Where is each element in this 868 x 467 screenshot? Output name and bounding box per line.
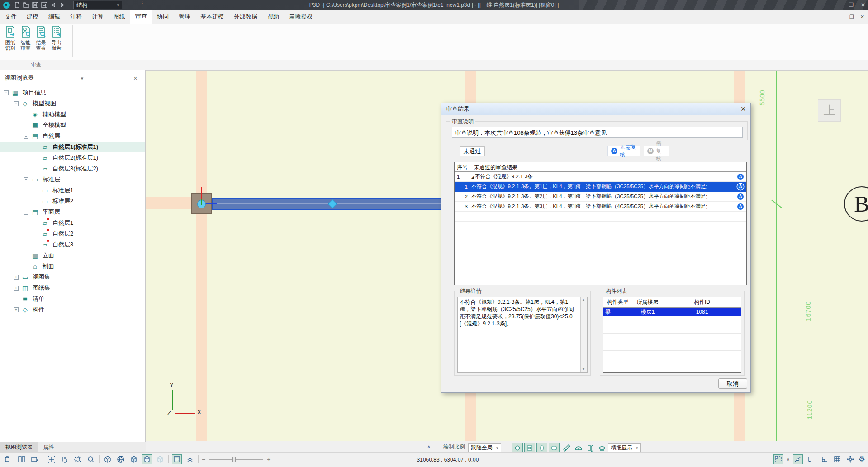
measure-ruler-icon[interactable] xyxy=(562,443,571,453)
menu-item-帮助[interactable]: 帮助 xyxy=(262,10,284,24)
expand-icon[interactable]: + xyxy=(14,307,19,312)
panel-dropdown-icon[interactable]: ▾ xyxy=(78,75,87,81)
collapse-icon[interactable]: − xyxy=(24,210,28,215)
menu-item-注释[interactable]: 注释 xyxy=(65,10,87,24)
ribbon-button-图纸识别[interactable]: 图纸识别 xyxy=(3,25,18,51)
menu-item-外部数据[interactable]: 外部数据 xyxy=(229,10,262,24)
wireframe-view-icon[interactable] xyxy=(103,454,113,464)
menu-item-文件[interactable]: 文件 xyxy=(0,10,22,24)
hidden-line-view-icon[interactable] xyxy=(116,454,126,464)
tree-item-自然层2[interactable]: −▱自然层2 xyxy=(0,228,145,239)
protractor-icon[interactable] xyxy=(574,443,583,453)
new-view-icon[interactable] xyxy=(4,454,14,464)
toggle-slab-button[interactable] xyxy=(512,443,523,453)
tree-item-标准层1[interactable]: −▭标准层1 xyxy=(0,185,145,196)
menu-item-晨曦授权[interactable]: 晨曦授权 xyxy=(284,10,318,24)
tree-item-自然层1(标准层1)[interactable]: −▱自然层1(标准层1) xyxy=(0,142,145,152)
zoom-in-icon[interactable]: + xyxy=(267,456,270,463)
result-row-3[interactable]: 3不符合《混规》9.2.1-3条。第3层，KL4，第1跨，梁下部钢筋（4C25/… xyxy=(455,202,746,212)
scroll-up-icon[interactable]: ▲ xyxy=(582,298,585,302)
tree-item-自然层[interactable]: −▤自然层 xyxy=(0,131,145,142)
undo-icon[interactable] xyxy=(50,2,57,8)
tree-item-视图集[interactable]: +▭视图集 xyxy=(0,272,145,283)
collapse-triangle-icon[interactable]: ◢ xyxy=(471,175,474,179)
realistic-view-icon[interactable] xyxy=(142,454,152,464)
display-settings-icon[interactable] xyxy=(172,454,182,464)
tree-item-全楼模型[interactable]: −▦全楼模型 xyxy=(0,120,145,131)
zoom-extents-icon[interactable] xyxy=(47,454,57,464)
tree-item-标准层2[interactable]: −▭标准层2 xyxy=(0,196,145,207)
new-window-icon[interactable] xyxy=(30,454,40,464)
panel-close-icon[interactable]: ✕ xyxy=(130,75,141,81)
collapse-icon[interactable]: − xyxy=(4,90,9,95)
menu-item-审查[interactable]: 审查 xyxy=(130,10,152,24)
tree-item-构件[interactable]: +◇构件 xyxy=(0,304,145,315)
cancel-button[interactable]: 取消 xyxy=(718,378,747,389)
result-row-2[interactable]: 2不符合《混规》9.2.1-3条。第2层，KL4，第1跨，梁下部钢筋（3C25/… xyxy=(455,192,746,202)
restore-button[interactable]: ❐ xyxy=(849,2,854,8)
tree-item-图纸集[interactable]: +◫图纸集 xyxy=(0,283,145,293)
chevron-up-icon[interactable]: ∧ xyxy=(787,457,790,462)
node-move-icon[interactable] xyxy=(845,454,855,464)
col-floor[interactable]: 所属楼层 xyxy=(632,297,663,307)
draw-scale-dropdown[interactable]: 跟随全局▾ xyxy=(468,443,501,453)
menu-item-编辑[interactable]: 编辑 xyxy=(43,10,65,24)
orbit-icon[interactable] xyxy=(73,454,83,464)
toggle-beam-button[interactable] xyxy=(549,443,560,453)
col-result-header[interactable]: 未通过的审查结果 xyxy=(471,162,746,171)
tree-item-自然层3[interactable]: −▱自然层3 xyxy=(0,239,145,250)
scroll-down-icon[interactable]: ▼ xyxy=(582,367,585,371)
pan-hand-icon[interactable] xyxy=(60,454,70,464)
result-group-row[interactable]: 1 ◢不符合《混规》9.2.1-3条 A xyxy=(455,172,746,182)
toggle-column-button[interactable] xyxy=(536,443,547,453)
detail-display-dropdown[interactable]: 精细显示▾ xyxy=(608,443,641,453)
ribbon-button-导出报告[interactable]: 导出报告 xyxy=(49,25,64,51)
compare-layers-icon[interactable] xyxy=(586,443,595,453)
north-indicator[interactable]: 上 xyxy=(818,99,841,122)
doc-close-button[interactable]: ✕ xyxy=(860,14,864,20)
angle-snap-icon[interactable] xyxy=(806,454,816,464)
zoom-slider[interactable]: − + xyxy=(202,456,270,463)
tree-item-自然层3(标准层2)[interactable]: −▱自然层3(标准层2) xyxy=(0,163,145,174)
result-row-1[interactable]: 1不符合《混规》9.2.1-3条。第1层，KL4，第1跨，梁下部钢筋（3C25/… xyxy=(455,182,746,192)
component-row[interactable]: 梁 楼层1 1081 xyxy=(603,308,741,316)
workspace-dropdown[interactable]: 结构 ▾ xyxy=(73,1,122,9)
no-recheck-button[interactable]: A 无需复核 xyxy=(607,146,640,156)
tree-item-自然层1[interactable]: −▱自然层1 xyxy=(0,217,145,228)
wall-strip-vertical-1[interactable] xyxy=(196,71,207,441)
zoom-window-icon[interactable] xyxy=(86,454,96,464)
save-icon[interactable] xyxy=(32,2,38,8)
tree-item-清单[interactable]: −≣清单 xyxy=(0,293,145,304)
wall-strip-horizontal[interactable] xyxy=(146,197,191,209)
zoom-slider-handle[interactable] xyxy=(232,457,236,462)
tree-item-标准层[interactable]: −▭标准层 xyxy=(0,174,145,185)
collapse-icon[interactable]: − xyxy=(24,177,28,182)
expand-icon[interactable]: + xyxy=(14,286,19,291)
expand-icon[interactable]: + xyxy=(14,275,19,280)
save-as-icon[interactable] xyxy=(41,2,47,8)
menu-item-计算[interactable]: 计算 xyxy=(87,10,109,24)
tree-item-剖面[interactable]: −⌂剖面 xyxy=(0,261,145,272)
tree-item-平面层[interactable]: −▤平面层 xyxy=(0,207,145,217)
tree-item-项目信息[interactable]: −▦项目信息 xyxy=(0,87,145,98)
review-description-field[interactable]: 审查说明：本次共审查108条规范，审查获得13条审查意见 xyxy=(452,127,743,138)
ribbon-button-结果查看[interactable]: 结果查看 xyxy=(33,25,48,51)
col-component-type[interactable]: 构件类型 xyxy=(603,297,632,307)
zoom-out-icon[interactable]: − xyxy=(202,456,205,463)
col-component-id[interactable]: 构件ID xyxy=(663,297,741,307)
tree-item-自然层2(标准层1)[interactable]: −▱自然层2(标准层1) xyxy=(0,152,145,163)
redo-icon[interactable] xyxy=(59,2,66,8)
beam-start-node[interactable] xyxy=(197,200,206,208)
toggle-section-button[interactable] xyxy=(524,443,535,453)
close-button[interactable]: ✕ xyxy=(861,2,865,8)
polyline-select-icon[interactable] xyxy=(793,454,803,464)
tile-windows-icon[interactable] xyxy=(17,454,27,464)
menu-item-协同[interactable]: 协同 xyxy=(152,10,174,24)
tab-not-passed[interactable]: 未通过 xyxy=(460,146,485,156)
bottom-tab-属性[interactable]: 属性 xyxy=(38,442,60,452)
collapse-icon[interactable]: − xyxy=(24,134,28,139)
new-file-icon[interactable] xyxy=(14,2,20,8)
tree-item-模型视图[interactable]: −◇模型视图 xyxy=(0,98,145,109)
dialog-title-bar[interactable]: 审查结果 ✕ xyxy=(441,103,750,115)
tree-item-立面[interactable]: −▥立面 xyxy=(0,250,145,261)
